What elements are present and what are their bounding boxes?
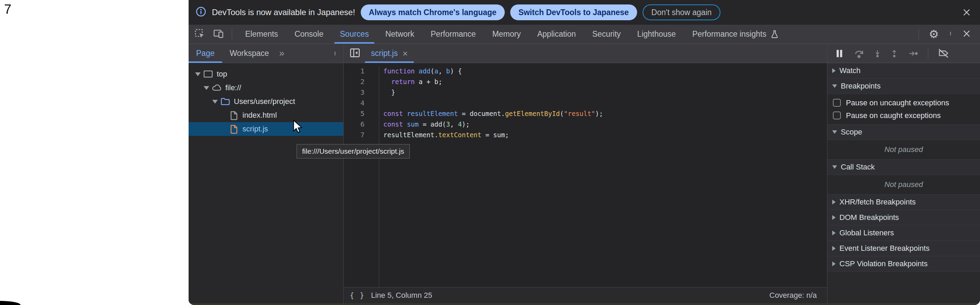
section-scope[interactable]: Scope <box>827 125 980 140</box>
file-path-tooltip: file:///Users/user/project/script.js <box>297 144 410 158</box>
tab-console[interactable]: Console <box>286 25 332 43</box>
code-line: const resultElement = document.getElemen… <box>383 109 603 119</box>
cursor-position-label: Line 5, Column 25 <box>371 291 433 300</box>
tree-item-script-js[interactable]: script.js <box>189 122 343 136</box>
tab-performance-insights[interactable]: Performance insights <box>684 25 788 43</box>
code-lines: function add(a, b) { return a + b; } con… <box>379 66 603 287</box>
expand-arrow-icon[interactable] <box>204 86 209 90</box>
step-icon[interactable] <box>907 49 919 58</box>
tab-sources[interactable]: Sources <box>332 25 377 43</box>
file-icon <box>229 110 239 120</box>
section-event-listener-breakpoints[interactable]: Event Listener Breakpoints <box>827 241 980 256</box>
pause-on-caught-exceptions-row: Pause on caught exceptions <box>827 109 980 122</box>
more-tabs-chevron-icon[interactable]: » <box>276 48 287 59</box>
debugger-toolbar <box>827 44 980 63</box>
expand-arrow-icon[interactable] <box>832 200 836 204</box>
pause-on-uncaught-exceptions-row: Pause on uncaught exceptions <box>827 96 980 109</box>
tab-performance[interactable]: Performance <box>422 25 484 43</box>
tree-item-label: top <box>217 70 228 78</box>
code-line: } <box>383 87 603 98</box>
checkbox[interactable] <box>833 99 841 107</box>
section-csp-violation-breakpoints[interactable]: CSP Violation Breakpoints <box>827 256 980 272</box>
deactivate-breakpoints-icon[interactable] <box>937 48 950 59</box>
navigator-tab-page[interactable]: Page <box>189 44 222 63</box>
line-number[interactable]: 2 <box>344 77 364 87</box>
tree-item-users-user-project[interactable]: Users/user/project <box>189 95 343 109</box>
step-out-icon[interactable] <box>890 48 898 59</box>
section-label: Scope <box>841 128 862 137</box>
tab-elements[interactable]: Elements <box>237 25 286 43</box>
code-line: resultElement.textContent = sum; <box>383 130 603 141</box>
switch-devtools-to-japanese-button[interactable]: Switch DevTools to Japanese <box>510 5 637 20</box>
debugger-sidebar: WatchBreakpointsPause on uncaught except… <box>827 44 980 303</box>
editor-pane: script.js × 1234567 function add(a, b) {… <box>344 44 827 303</box>
line-number[interactable]: 3 <box>344 87 364 98</box>
tab-close-icon[interactable]: × <box>402 49 408 58</box>
kebab-menu-icon[interactable] <box>948 29 953 40</box>
always-match-chrome-s-language-button[interactable]: Always match Chrome's language <box>361 5 505 20</box>
navigator-kebab-menu-icon[interactable] <box>333 48 343 59</box>
navigator-tabs: PageWorkspace » <box>189 44 343 63</box>
expand-arrow-icon[interactable] <box>832 246 836 251</box>
editor-tab-script-js[interactable]: script.js × <box>365 44 414 63</box>
expand-arrow-icon[interactable] <box>212 100 218 104</box>
section-breakpoints[interactable]: Breakpoints <box>827 78 980 94</box>
frame-icon <box>203 69 213 79</box>
line-number[interactable]: 4 <box>344 98 364 109</box>
checkbox[interactable] <box>833 112 841 120</box>
tree-item-index-html[interactable]: index.html <box>189 109 343 122</box>
collapse-arrow-icon[interactable] <box>832 85 837 88</box>
tab-memory[interactable]: Memory <box>484 25 529 43</box>
hide-navigator-icon[interactable] <box>349 47 361 60</box>
page-number-label: 7 <box>4 2 11 17</box>
collapse-arrow-icon[interactable] <box>832 130 837 134</box>
tree-item-label: file:// <box>225 83 241 92</box>
line-number[interactable]: 6 <box>344 119 364 130</box>
collapse-arrow-icon[interactable] <box>832 165 837 169</box>
close-icon[interactable] <box>962 29 971 40</box>
section-label: Watch <box>839 66 861 75</box>
line-number[interactable]: 5 <box>344 109 364 119</box>
line-number[interactable]: 7 <box>344 130 364 141</box>
banner-message: DevTools is now available in Japanese! <box>212 8 355 17</box>
section-global-listeners[interactable]: Global Listeners <box>827 225 980 241</box>
section-watch[interactable]: Watch <box>827 63 980 78</box>
code-line: return a + b; <box>383 77 603 87</box>
tab-lighthouse[interactable]: Lighthouse <box>629 25 684 43</box>
expand-arrow-icon[interactable] <box>832 262 836 266</box>
tree-item-file-[interactable]: file:// <box>189 81 343 95</box>
don-t-show-again-button[interactable]: Don't show again <box>643 5 721 20</box>
section-label: Event Listener Breakpoints <box>839 244 930 253</box>
device-toolbar-icon[interactable] <box>213 28 224 40</box>
tab-security[interactable]: Security <box>584 25 629 43</box>
banner-close-button[interactable] <box>962 8 971 17</box>
settings-gear-icon[interactable]: ⚙ <box>929 29 939 40</box>
inspect-icon[interactable] <box>194 28 205 40</box>
expand-arrow-icon[interactable] <box>195 72 200 76</box>
line-number[interactable]: 1 <box>344 66 364 77</box>
editor-status-bar: { } Line 5, Column 25 Coverage: n/a <box>344 287 827 303</box>
step-into-icon[interactable] <box>873 48 881 59</box>
section-xhr-fetch-breakpoints[interactable]: XHR/fetch Breakpoints <box>827 195 980 210</box>
expand-arrow-icon[interactable] <box>832 230 836 235</box>
section-dom-breakpoints[interactable]: DOM Breakpoints <box>827 210 980 225</box>
tree-item-top[interactable]: top <box>189 67 343 81</box>
not-paused-message: Not paused <box>827 175 980 195</box>
pretty-print-icon[interactable]: { } <box>350 291 365 300</box>
file-js-icon <box>229 124 239 134</box>
expand-arrow-icon[interactable] <box>832 68 836 73</box>
navigator-panel: PageWorkspace » topfile://Users/user/pro… <box>189 44 344 303</box>
editor-tab-label: script.js <box>371 49 398 58</box>
navigator-tab-workspace[interactable]: Workspace <box>222 44 277 63</box>
code-editor[interactable]: 1234567 function add(a, b) { return a + … <box>344 63 827 287</box>
breakpoints-options: Pause on uncaught exceptionsPause on cau… <box>827 94 980 125</box>
tab-network[interactable]: Network <box>377 25 422 43</box>
tree-item-label: index.html <box>242 111 277 120</box>
tab-application[interactable]: Application <box>529 25 584 43</box>
debugger-sections: WatchBreakpointsPause on uncaught except… <box>827 63 980 303</box>
mouse-cursor <box>291 120 305 136</box>
section-call-stack[interactable]: Call Stack <box>827 160 980 175</box>
expand-arrow-icon[interactable] <box>832 215 836 220</box>
pause-icon[interactable] <box>834 48 845 59</box>
step-over-icon[interactable] <box>853 48 865 59</box>
